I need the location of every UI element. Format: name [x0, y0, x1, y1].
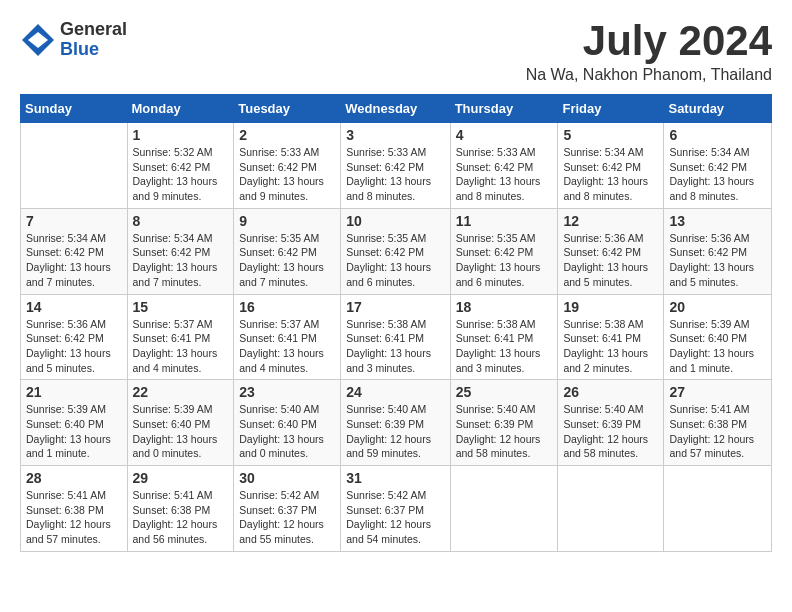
calendar-cell [21, 123, 128, 209]
day-info: Sunrise: 5:33 AM Sunset: 6:42 PM Dayligh… [346, 145, 444, 204]
calendar-cell: 5Sunrise: 5:34 AM Sunset: 6:42 PM Daylig… [558, 123, 664, 209]
day-number: 22 [133, 384, 229, 400]
calendar-cell: 30Sunrise: 5:42 AM Sunset: 6:37 PM Dayli… [234, 466, 341, 552]
day-info: Sunrise: 5:35 AM Sunset: 6:42 PM Dayligh… [456, 231, 553, 290]
day-number: 13 [669, 213, 766, 229]
day-info: Sunrise: 5:35 AM Sunset: 6:42 PM Dayligh… [346, 231, 444, 290]
day-number: 23 [239, 384, 335, 400]
day-number: 29 [133, 470, 229, 486]
day-number: 10 [346, 213, 444, 229]
day-number: 27 [669, 384, 766, 400]
calendar-cell: 3Sunrise: 5:33 AM Sunset: 6:42 PM Daylig… [341, 123, 450, 209]
day-info: Sunrise: 5:32 AM Sunset: 6:42 PM Dayligh… [133, 145, 229, 204]
day-info: Sunrise: 5:41 AM Sunset: 6:38 PM Dayligh… [26, 488, 122, 547]
day-info: Sunrise: 5:41 AM Sunset: 6:38 PM Dayligh… [133, 488, 229, 547]
column-header-thursday: Thursday [450, 95, 558, 123]
day-number: 9 [239, 213, 335, 229]
day-number: 8 [133, 213, 229, 229]
day-number: 1 [133, 127, 229, 143]
logo-general-text: General [60, 20, 127, 40]
calendar-cell: 6Sunrise: 5:34 AM Sunset: 6:42 PM Daylig… [664, 123, 772, 209]
calendar-cell [664, 466, 772, 552]
day-info: Sunrise: 5:40 AM Sunset: 6:39 PM Dayligh… [456, 402, 553, 461]
calendar-cell: 21Sunrise: 5:39 AM Sunset: 6:40 PM Dayli… [21, 380, 128, 466]
column-header-wednesday: Wednesday [341, 95, 450, 123]
calendar-cell: 25Sunrise: 5:40 AM Sunset: 6:39 PM Dayli… [450, 380, 558, 466]
day-info: Sunrise: 5:41 AM Sunset: 6:38 PM Dayligh… [669, 402, 766, 461]
day-number: 18 [456, 299, 553, 315]
calendar-cell: 16Sunrise: 5:37 AM Sunset: 6:41 PM Dayli… [234, 294, 341, 380]
day-info: Sunrise: 5:33 AM Sunset: 6:42 PM Dayligh… [456, 145, 553, 204]
calendar-table: SundayMondayTuesdayWednesdayThursdayFrid… [20, 94, 772, 552]
day-info: Sunrise: 5:42 AM Sunset: 6:37 PM Dayligh… [346, 488, 444, 547]
day-number: 2 [239, 127, 335, 143]
logo-blue-text: Blue [60, 40, 127, 60]
day-info: Sunrise: 5:39 AM Sunset: 6:40 PM Dayligh… [669, 317, 766, 376]
calendar-cell: 28Sunrise: 5:41 AM Sunset: 6:38 PM Dayli… [21, 466, 128, 552]
day-number: 21 [26, 384, 122, 400]
day-number: 31 [346, 470, 444, 486]
day-number: 17 [346, 299, 444, 315]
day-info: Sunrise: 5:40 AM Sunset: 6:39 PM Dayligh… [346, 402, 444, 461]
calendar-cell [558, 466, 664, 552]
day-info: Sunrise: 5:42 AM Sunset: 6:37 PM Dayligh… [239, 488, 335, 547]
day-number: 24 [346, 384, 444, 400]
calendar-cell: 20Sunrise: 5:39 AM Sunset: 6:40 PM Dayli… [664, 294, 772, 380]
column-header-friday: Friday [558, 95, 664, 123]
calendar-cell: 18Sunrise: 5:38 AM Sunset: 6:41 PM Dayli… [450, 294, 558, 380]
calendar-cell: 22Sunrise: 5:39 AM Sunset: 6:40 PM Dayli… [127, 380, 234, 466]
day-info: Sunrise: 5:34 AM Sunset: 6:42 PM Dayligh… [563, 145, 658, 204]
week-row-4: 21Sunrise: 5:39 AM Sunset: 6:40 PM Dayli… [21, 380, 772, 466]
day-info: Sunrise: 5:34 AM Sunset: 6:42 PM Dayligh… [133, 231, 229, 290]
calendar-cell: 17Sunrise: 5:38 AM Sunset: 6:41 PM Dayli… [341, 294, 450, 380]
calendar-cell: 7Sunrise: 5:34 AM Sunset: 6:42 PM Daylig… [21, 208, 128, 294]
day-info: Sunrise: 5:34 AM Sunset: 6:42 PM Dayligh… [669, 145, 766, 204]
calendar-cell: 26Sunrise: 5:40 AM Sunset: 6:39 PM Dayli… [558, 380, 664, 466]
calendar-cell: 23Sunrise: 5:40 AM Sunset: 6:40 PM Dayli… [234, 380, 341, 466]
calendar-cell: 24Sunrise: 5:40 AM Sunset: 6:39 PM Dayli… [341, 380, 450, 466]
logo: General Blue [20, 20, 127, 60]
day-info: Sunrise: 5:34 AM Sunset: 6:42 PM Dayligh… [26, 231, 122, 290]
calendar-header-row: SundayMondayTuesdayWednesdayThursdayFrid… [21, 95, 772, 123]
day-info: Sunrise: 5:38 AM Sunset: 6:41 PM Dayligh… [456, 317, 553, 376]
column-header-tuesday: Tuesday [234, 95, 341, 123]
week-row-3: 14Sunrise: 5:36 AM Sunset: 6:42 PM Dayli… [21, 294, 772, 380]
title-block: July 2024 Na Wa, Nakhon Phanom, Thailand [526, 20, 772, 84]
calendar-cell: 4Sunrise: 5:33 AM Sunset: 6:42 PM Daylig… [450, 123, 558, 209]
day-info: Sunrise: 5:38 AM Sunset: 6:41 PM Dayligh… [346, 317, 444, 376]
calendar-cell: 15Sunrise: 5:37 AM Sunset: 6:41 PM Dayli… [127, 294, 234, 380]
day-info: Sunrise: 5:39 AM Sunset: 6:40 PM Dayligh… [26, 402, 122, 461]
calendar-cell: 12Sunrise: 5:36 AM Sunset: 6:42 PM Dayli… [558, 208, 664, 294]
day-info: Sunrise: 5:33 AM Sunset: 6:42 PM Dayligh… [239, 145, 335, 204]
calendar-cell: 8Sunrise: 5:34 AM Sunset: 6:42 PM Daylig… [127, 208, 234, 294]
day-info: Sunrise: 5:36 AM Sunset: 6:42 PM Dayligh… [669, 231, 766, 290]
day-number: 30 [239, 470, 335, 486]
day-number: 19 [563, 299, 658, 315]
day-number: 16 [239, 299, 335, 315]
calendar-cell: 29Sunrise: 5:41 AM Sunset: 6:38 PM Dayli… [127, 466, 234, 552]
calendar-cell: 10Sunrise: 5:35 AM Sunset: 6:42 PM Dayli… [341, 208, 450, 294]
calendar-cell: 31Sunrise: 5:42 AM Sunset: 6:37 PM Dayli… [341, 466, 450, 552]
calendar-cell: 19Sunrise: 5:38 AM Sunset: 6:41 PM Dayli… [558, 294, 664, 380]
day-info: Sunrise: 5:36 AM Sunset: 6:42 PM Dayligh… [26, 317, 122, 376]
calendar-cell: 1Sunrise: 5:32 AM Sunset: 6:42 PM Daylig… [127, 123, 234, 209]
day-number: 5 [563, 127, 658, 143]
week-row-1: 1Sunrise: 5:32 AM Sunset: 6:42 PM Daylig… [21, 123, 772, 209]
day-info: Sunrise: 5:37 AM Sunset: 6:41 PM Dayligh… [239, 317, 335, 376]
page-header: General Blue July 2024 Na Wa, Nakhon Pha… [20, 20, 772, 84]
calendar-cell: 13Sunrise: 5:36 AM Sunset: 6:42 PM Dayli… [664, 208, 772, 294]
day-number: 4 [456, 127, 553, 143]
day-number: 7 [26, 213, 122, 229]
logo-icon [20, 22, 56, 58]
column-header-sunday: Sunday [21, 95, 128, 123]
calendar-cell: 11Sunrise: 5:35 AM Sunset: 6:42 PM Dayli… [450, 208, 558, 294]
day-info: Sunrise: 5:36 AM Sunset: 6:42 PM Dayligh… [563, 231, 658, 290]
day-number: 14 [26, 299, 122, 315]
calendar-cell: 27Sunrise: 5:41 AM Sunset: 6:38 PM Dayli… [664, 380, 772, 466]
day-number: 26 [563, 384, 658, 400]
day-info: Sunrise: 5:37 AM Sunset: 6:41 PM Dayligh… [133, 317, 229, 376]
calendar-cell [450, 466, 558, 552]
calendar-cell: 14Sunrise: 5:36 AM Sunset: 6:42 PM Dayli… [21, 294, 128, 380]
day-info: Sunrise: 5:39 AM Sunset: 6:40 PM Dayligh… [133, 402, 229, 461]
day-number: 20 [669, 299, 766, 315]
